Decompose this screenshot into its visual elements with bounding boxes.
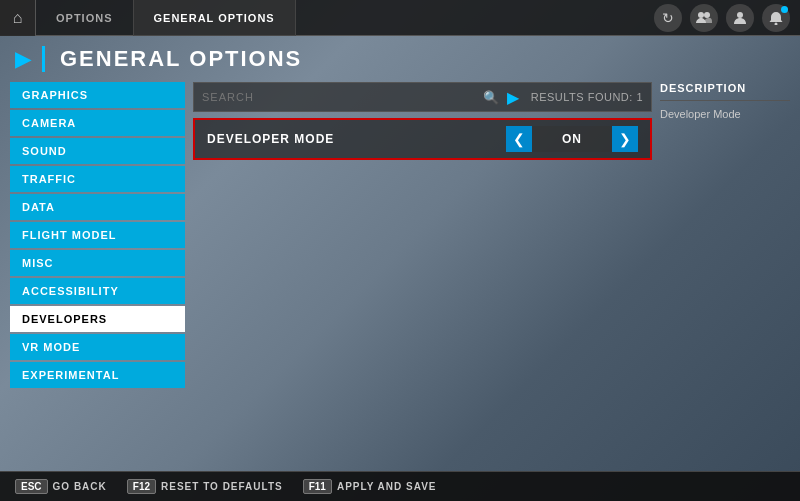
settings-list: DEVELOPER MODE ❮ ON ❯: [193, 118, 652, 471]
sidebar: GRAPHICS CAMERA SOUND TRAFFIC DATA FLIGH…: [10, 82, 185, 471]
search-input[interactable]: [202, 91, 475, 103]
sidebar-item-traffic[interactable]: TRAFFIC: [10, 166, 185, 192]
description-header: DESCRIPTION: [660, 82, 790, 101]
developer-mode-arrow-right[interactable]: ❯: [612, 126, 638, 152]
sidebar-item-sound[interactable]: SOUND: [10, 138, 185, 164]
developer-mode-control: ❮ ON ❯: [506, 126, 638, 152]
reset-defaults-label: RESET TO DEFAULTS: [161, 481, 283, 492]
content-layout: GRAPHICS CAMERA SOUND TRAFFIC DATA FLIGH…: [0, 82, 800, 471]
go-back-label: GO BACK: [53, 481, 107, 492]
esc-key: ESC: [15, 479, 48, 494]
sidebar-item-misc[interactable]: MISC: [10, 250, 185, 276]
title-arrow: ▶: [15, 47, 32, 71]
results-arrow: ▶: [507, 88, 519, 107]
description-panel: DESCRIPTION Developer Mode: [660, 82, 790, 471]
sidebar-item-vr-mode[interactable]: VR MODE: [10, 334, 185, 360]
top-bar-icons: ↻: [654, 4, 800, 32]
f11-key: F11: [303, 479, 332, 494]
svg-point-0: [698, 12, 704, 18]
sidebar-item-graphics[interactable]: GRAPHICS: [10, 82, 185, 108]
developer-mode-value: ON: [532, 126, 612, 152]
sidebar-item-data[interactable]: DATA: [10, 194, 185, 220]
developer-mode-row: DEVELOPER MODE ❮ ON ❯: [193, 118, 652, 160]
sidebar-item-flight-model[interactable]: FLIGHT MODEL: [10, 222, 185, 248]
sidebar-item-developers[interactable]: DEVELOPERS: [10, 306, 185, 332]
tab-options[interactable]: OPTIONS: [36, 0, 134, 36]
reset-defaults-button[interactable]: F12 RESET TO DEFAULTS: [127, 479, 283, 494]
page-title-bar: ▶ GENERAL OPTIONS: [0, 36, 800, 82]
apply-save-label: APPLY AND SAVE: [337, 481, 437, 492]
user-icon[interactable]: [726, 4, 754, 32]
go-back-button[interactable]: ESC GO BACK: [15, 479, 107, 494]
title-divider: [42, 46, 45, 72]
search-bar: 🔍 ▶ RESULTS FOUND: 1: [193, 82, 652, 112]
main-panel: 🔍 ▶ RESULTS FOUND: 1 DEVELOPER MODE ❮ ON…: [193, 82, 652, 471]
bottom-bar: ESC GO BACK F12 RESET TO DEFAULTS F11 AP…: [0, 471, 800, 501]
svg-point-1: [704, 12, 710, 18]
tab-general-options[interactable]: GENERAL OPTIONS: [134, 0, 296, 36]
sidebar-item-experimental[interactable]: EXPERIMENTAL: [10, 362, 185, 388]
description-text: Developer Mode: [660, 107, 790, 122]
refresh-icon[interactable]: ↻: [654, 4, 682, 32]
main-content: ▶ GENERAL OPTIONS GRAPHICS CAMERA SOUND …: [0, 36, 800, 471]
notification-icon[interactable]: [762, 4, 790, 32]
search-icon: 🔍: [483, 90, 499, 105]
group-icon[interactable]: [690, 4, 718, 32]
results-found: RESULTS FOUND: 1: [531, 91, 643, 103]
apply-save-button[interactable]: F11 APPLY AND SAVE: [303, 479, 437, 494]
svg-point-2: [737, 12, 743, 18]
developer-mode-arrow-left[interactable]: ❮: [506, 126, 532, 152]
sidebar-item-camera[interactable]: CAMERA: [10, 110, 185, 136]
f12-key: F12: [127, 479, 156, 494]
home-button[interactable]: ⌂: [0, 0, 36, 36]
page-title: GENERAL OPTIONS: [60, 46, 302, 72]
sidebar-item-accessibility[interactable]: ACCESSIBILITY: [10, 278, 185, 304]
developer-mode-label: DEVELOPER MODE: [207, 132, 506, 146]
top-bar: ⌂ OPTIONS GENERAL OPTIONS ↻: [0, 0, 800, 36]
svg-point-3: [775, 22, 778, 25]
